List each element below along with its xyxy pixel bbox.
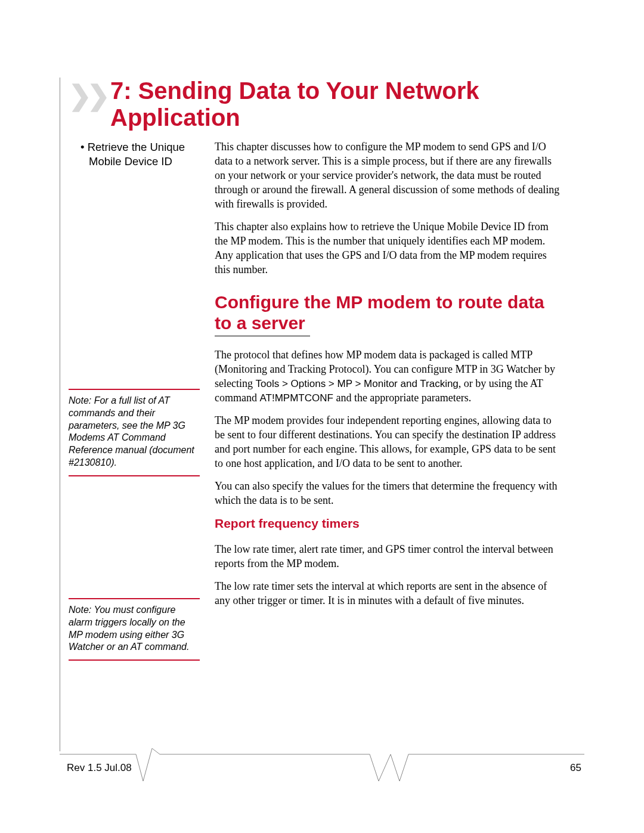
footer-ecg-decoration-icon <box>60 748 584 784</box>
subsection-heading-timers: Report frequency timers <box>215 516 561 531</box>
configure-paragraph-1: The protocol that defines how MP modem d… <box>215 348 561 405</box>
margin-rule <box>60 78 60 751</box>
at-command: AT!MPMTCONF <box>259 392 333 404</box>
timers-paragraph-2: The low rate timer sets the interval at … <box>215 580 561 608</box>
margin-note-alarm-triggers: Note: You must configure alarm triggers … <box>69 598 200 661</box>
intro-paragraph-1: This chapter discusses how to configure … <box>215 140 561 212</box>
heading-chevron-icon: ❯❯ <box>69 79 106 112</box>
heading-rule <box>215 336 310 336</box>
main-column: This chapter discusses how to configure … <box>215 140 561 617</box>
text-run: and the appropriate parameters. <box>333 392 471 404</box>
configure-paragraph-3: You can also specify the values for the … <box>215 479 561 508</box>
chapter-number: 7 <box>110 78 123 104</box>
margin-note-at-commands: Note: For a full list of AT commands and… <box>69 389 200 476</box>
margin-note-text: Note: For a full list of AT commands and… <box>69 395 194 467</box>
toc-sidebar: • Retrieve the Unique Mobile Device ID <box>80 140 200 169</box>
section-heading-configure: Configure the MP modem to route data to … <box>215 292 561 333</box>
timers-paragraph-1: The low rate timer, alert rate timer, an… <box>215 543 561 571</box>
chapter-title: 7: Sending Data to Your Network Applicat… <box>110 78 564 131</box>
configure-paragraph-2: The MP modem provides four independent r… <box>215 414 561 471</box>
intro-paragraph-2: This chapter also explains how to retrie… <box>215 220 561 277</box>
margin-note-text: Note: You must configure alarm triggers … <box>69 605 189 652</box>
menu-path: Tools > Options > MP > Monitor and Track… <box>255 378 458 389</box>
toc-item-label: Retrieve the Unique Mobile Device ID <box>88 141 185 168</box>
toc-item: • Retrieve the Unique Mobile Device ID <box>80 140 200 169</box>
chapter-name: Sending Data to Your Network Application <box>110 78 479 131</box>
